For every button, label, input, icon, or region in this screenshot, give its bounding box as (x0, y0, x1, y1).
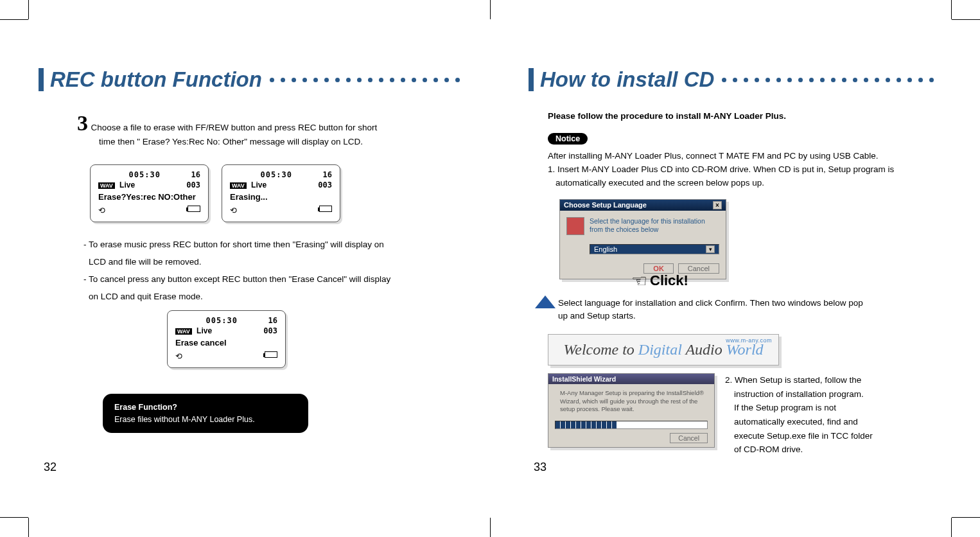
step-text-line1: Choose a file to erase with FF/REW butto… (91, 123, 377, 132)
lcd-screen-erasing: 005:3016 WAV Live003 Erasing... ⟲ (222, 164, 340, 222)
lcd-count-top: 16 (191, 170, 200, 179)
step2-d: automatically executed, find and (734, 415, 954, 429)
lcd-screen-erase-cancel: 005:3016 WAV Live003 Erase cancel ⟲ (167, 310, 286, 368)
step2-c: If the Setup program is not (734, 401, 954, 415)
lcd-message: Erase?Yes:rec NO:Other (98, 192, 200, 202)
page-number: 32 (44, 461, 57, 474)
close-icon[interactable]: × (713, 201, 722, 209)
setup-icon (566, 217, 584, 235)
lcd-time: 005:30 (261, 170, 292, 179)
step2-text: 2. When Setup is started, follow the ins… (725, 373, 954, 457)
wizard-message: M-Any Manager Setup is preparing the Ins… (560, 389, 708, 413)
triangle-bullet-icon (535, 295, 556, 308)
step2-a: 2. When Setup is started, follow the (725, 373, 954, 387)
page-title-row: REC button Function (39, 67, 464, 92)
lcd-screens-row-2: 005:3016 WAV Live003 Erase cancel ⟲ (167, 310, 439, 368)
page-left: REC button Function 3 Choose a file to e… (0, 0, 490, 537)
step-text-line2: time then " Erase? Yes:Rec No: Other" me… (99, 136, 439, 148)
welcome-banner: www.m-any.com Welcome to Digital Audio W… (548, 334, 779, 365)
bottom-row: InstallShield Wizard M-Any Manager Setup… (548, 373, 954, 457)
step2-b: instruction of installation program. (734, 387, 954, 401)
dialog-title: Choose Setup Language (564, 201, 647, 209)
title-accent-bar (529, 68, 534, 91)
paragraph-erase-1b: LCD and file will be removed. (89, 256, 439, 269)
welcome-a: Welcome to (563, 341, 638, 358)
battery-icon (188, 206, 200, 212)
notice-after-text: After installing M-ANY Loader Plus, conn… (548, 151, 878, 161)
click-callout: ☜ Click! (631, 270, 954, 292)
page-right: How to install CD Please follow the proc… (490, 0, 980, 537)
title-accent-bar (39, 68, 44, 91)
step1-line-b: automatically executed and the screen be… (556, 177, 935, 190)
lcd-count-top: 16 (323, 170, 332, 179)
lcd-screens-row-1: 005:3016 WAV Live003 Erase?Yes:rec NO:Ot… (90, 164, 439, 222)
after-click-a: Select language for installation and cli… (558, 298, 863, 308)
step2-e: execute Setup.exe file in TCC folder (734, 429, 954, 443)
pointer-hand-icon: ☜ (631, 270, 647, 292)
lcd-time: 005:30 (206, 316, 238, 325)
language-dropdown[interactable]: English ▾ (590, 244, 719, 254)
lcd-format: WAV (175, 328, 192, 335)
installshield-wizard-dialog: InstallShield Wizard M-Any Manager Setup… (548, 373, 715, 448)
lcd-count-r: 003 (263, 326, 277, 335)
paragraph-cancel-2b: on LCD and quit Erase mode. (89, 290, 439, 304)
welcome-b: Digital (638, 341, 686, 358)
step-number: 3 (77, 111, 88, 135)
lcd-count-r: 003 (186, 180, 200, 189)
page-title: How to install CD (540, 67, 714, 92)
repeat-icon: ⟲ (98, 206, 105, 215)
page-title: REC button Function (50, 67, 262, 92)
lcd-message: Erase cancel (175, 338, 277, 348)
content-area: 3 Choose a file to erase with FF/REW but… (64, 111, 439, 433)
lcd-count-r: 003 (318, 180, 332, 189)
lcd-count-top: 16 (268, 316, 277, 325)
notice-badge: Notice (548, 133, 588, 145)
lcd-track: Live (197, 326, 212, 335)
step-3: 3 Choose a file to erase with FF/REW but… (77, 111, 439, 148)
lcd-track: Live (251, 180, 267, 189)
repeat-icon: ⟲ (175, 351, 182, 361)
wizard-cancel-button[interactable]: Cancel (670, 433, 708, 443)
repeat-icon: ⟲ (230, 206, 237, 215)
choose-language-dialog: Choose Setup Language × Select the langu… (559, 199, 726, 279)
lcd-format: WAV (230, 182, 247, 189)
notice-body: After installing M-ANY Loader Plus, conn… (548, 150, 935, 190)
page-number: 33 (534, 461, 547, 474)
lcd-message: Erasing... (230, 192, 332, 202)
step1-line-a: 1. Insert M-ANY Loader Plus CD into CD-R… (548, 164, 894, 174)
click-label: Click! (650, 272, 688, 289)
wizard-title: InstallShield Wizard (548, 374, 714, 384)
erase-function-note: Erase Function? Erase files without M-AN… (103, 394, 308, 434)
welcome-c: Audio (685, 341, 726, 358)
paragraph-cancel-2a: - To cancel press any button except REC … (83, 273, 439, 286)
title-dots (722, 78, 954, 82)
lcd-screen-erase-prompt: 005:3016 WAV Live003 Erase?Yes:rec NO:Ot… (90, 164, 209, 222)
note-title: Erase Function? (114, 401, 297, 414)
battery-icon (265, 351, 277, 358)
note-body: Erase files without M-ANY Loader Plus. (114, 414, 297, 426)
page-title-row: How to install CD (529, 67, 954, 92)
lcd-track: Live (119, 180, 135, 189)
language-value: English (594, 245, 617, 253)
lcd-time: 005:30 (129, 170, 161, 179)
after-click-b: up and Setup starts. (558, 311, 636, 321)
dialog-message: Select the language for this installatio… (590, 217, 719, 234)
paragraph-erase-1a: - To erase music press REC button for sh… (83, 238, 439, 252)
progress-bar (555, 421, 708, 429)
step2-f: of CD-ROM drive. (734, 443, 954, 457)
dialog-titlebar: Choose Setup Language × (560, 200, 726, 211)
intro-text: Please follow the procedure to install M… (548, 111, 954, 121)
chevron-down-icon: ▾ (706, 245, 715, 253)
banner-url: www.m-any.com (726, 337, 772, 344)
after-click-text: Select language for installation and cli… (558, 297, 954, 323)
title-dots (270, 78, 464, 82)
battery-icon (319, 206, 332, 212)
lcd-format: WAV (98, 182, 115, 189)
